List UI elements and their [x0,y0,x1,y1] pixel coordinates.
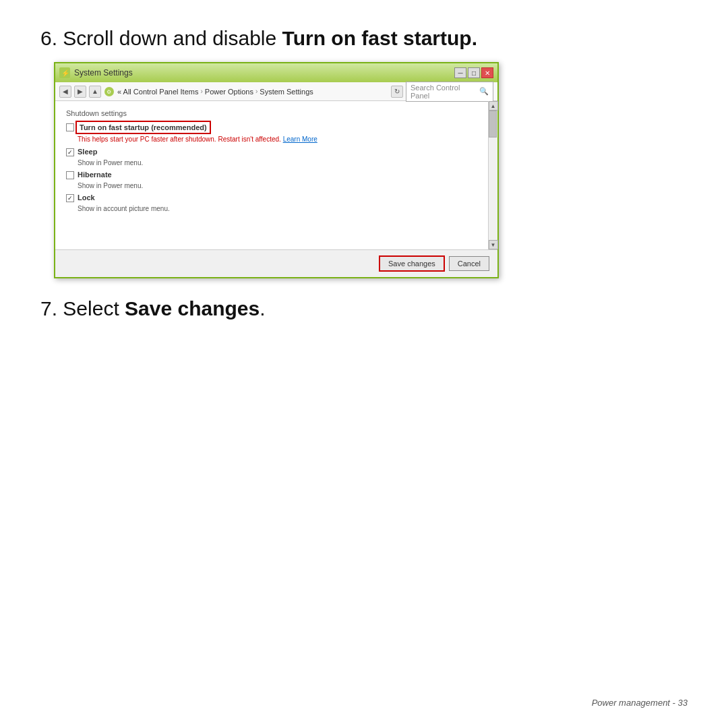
dialog-window-controls[interactable]: ─ □ ✕ [454,67,493,78]
svg-text:⚙: ⚙ [107,89,111,95]
lock-subtext: Show in account picture menu. [78,205,477,212]
sleep-row: ✓ Sleep [66,148,477,156]
footer-text: Power management - 33 [592,698,688,708]
sleep-subtext: Show in Power menu. [78,159,477,166]
dialog-main-content: Shutdown settings Turn on fast startup (… [55,101,488,249]
control-panel-icon: ⚙ [104,86,115,97]
dialog-body: Shutdown settings Turn on fast startup (… [55,101,497,249]
search-box[interactable]: Search Control Panel 🔍 [406,82,493,102]
title-left: ⚡ System Settings [59,67,133,78]
breadcrumb-part-3: System Settings [260,88,313,96]
fast-startup-label: Turn on fast startup (recommended) [78,123,209,132]
step-7-prefix: 7. Select [40,297,125,320]
system-settings-dialog: ⚡ System Settings ─ □ ✕ ◀ ▶ ▲ ⚙ [54,62,499,278]
close-button[interactable]: ✕ [481,67,493,78]
dialog-footer: Save changes Cancel [55,249,497,277]
dialog-app-icon: ⚡ [59,67,70,78]
back-button[interactable]: ◀ [59,86,71,98]
sleep-checkbox[interactable]: ✓ [66,148,74,156]
fast-startup-checkbox[interactable] [66,123,74,131]
scrollbar-thumb[interactable] [489,111,497,138]
save-changes-button[interactable]: Save changes [379,255,445,272]
svg-text:⚡: ⚡ [61,69,70,78]
up-button[interactable]: ▲ [89,86,101,98]
scrollbar[interactable]: ▲ ▼ [488,101,497,249]
learn-more-link[interactable]: Learn More [283,135,317,143]
breadcrumb-part-1: « All Control Panel Items [117,88,198,96]
step-6-heading: 6. Scroll down and disable Turn on fast … [40,27,688,50]
step-7-heading: 7. Select Save changes. [40,297,688,320]
page-footer: Power management - 33 [592,698,688,708]
scroll-down-arrow[interactable]: ▼ [489,240,498,249]
dialog-titlebar: ⚡ System Settings ─ □ ✕ [55,63,497,82]
step-6-section: 6. Scroll down and disable Turn on fast … [40,27,688,278]
step-7-section: 7. Select Save changes. [40,297,688,320]
forward-button[interactable]: ▶ [74,86,86,98]
hibernate-subtext: Show in Power menu. [78,182,477,189]
search-placeholder: Search Control Panel [411,84,479,100]
hibernate-checkbox[interactable] [66,171,74,179]
hibernate-row: Hibernate [66,171,477,179]
dialog-title-text: System Settings [74,68,133,78]
minimize-button[interactable]: ─ [454,67,466,78]
lock-row: ✓ Lock [66,193,477,202]
lock-checkbox[interactable]: ✓ [66,194,74,202]
fast-startup-subtext: This helps start your PC faster after sh… [78,135,477,144]
shutdown-settings-label: Shutdown settings [66,109,477,117]
cancel-button[interactable]: Cancel [449,256,489,271]
refresh-button[interactable]: ↻ [391,86,403,98]
breadcrumb-part-2: Power Options [205,88,253,96]
step-6-bold: Turn on fast startup. [282,27,477,49]
search-icon: 🔍 [479,87,489,96]
fast-startup-row: Turn on fast startup (recommended) [66,123,477,132]
hibernate-label: Hibernate [78,171,112,179]
address-bar: ◀ ▶ ▲ ⚙ « All Control Panel Items › Powe… [55,82,497,101]
scrollbar-track[interactable] [489,111,497,240]
scroll-up-arrow[interactable]: ▲ [489,101,498,111]
step-7-bold: Save changes [125,297,260,320]
lock-label: Lock [78,193,95,202]
step-6-prefix: 6. Scroll down and disable [40,27,282,49]
sleep-label: Sleep [78,148,97,156]
breadcrumb: « All Control Panel Items › Power Option… [117,88,388,96]
restore-button[interactable]: □ [468,67,480,78]
